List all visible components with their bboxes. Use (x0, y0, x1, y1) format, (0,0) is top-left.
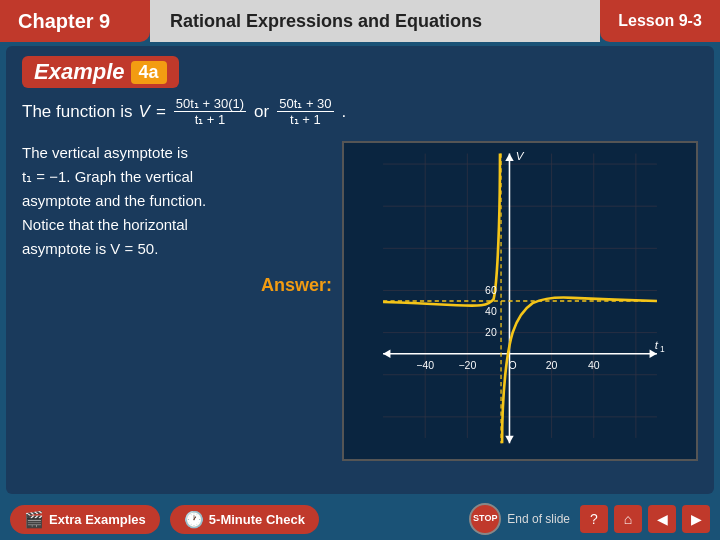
extra-examples-label: Extra Examples (49, 512, 146, 527)
or-text: or (254, 102, 269, 122)
fraction2-denominator: t₁ + 1 (288, 112, 323, 127)
function-prefix: The function is (22, 102, 133, 122)
svg-text:60: 60 (485, 284, 497, 296)
back-button[interactable]: ◀ (648, 505, 676, 533)
extra-examples-button[interactable]: 🎬 Extra Examples (10, 505, 160, 534)
content-row: The vertical asymptote is t₁ = −1. Graph… (22, 141, 698, 461)
stop-badge: STOP (469, 503, 501, 535)
five-minute-label: 5-Minute Check (209, 512, 305, 527)
left-text-panel: The vertical asymptote is t₁ = −1. Graph… (22, 141, 332, 300)
function-fraction2: 50t₁ + 30 t₁ + 1 (277, 96, 333, 127)
answer-label: Answer: (22, 271, 332, 300)
main-content: Example 4a The function is V = 50t₁ + 30… (6, 46, 714, 494)
svg-text:−20: −20 (458, 359, 476, 371)
desc-line1: The vertical asymptote is (22, 141, 332, 165)
graph-container: −40 −20 O 20 40 t 1 60 40 20 V (342, 141, 698, 461)
graph-svg: −40 −20 O 20 40 t 1 60 40 20 V (344, 143, 696, 459)
nav-icons: ? ⌂ ◀ ▶ (580, 505, 710, 533)
fraction1-denominator: t₁ + 1 (193, 112, 228, 127)
end-of-slide-area: STOP End of slide (469, 503, 570, 535)
equals-sign: = (156, 102, 166, 122)
svg-text:O: O (509, 359, 517, 371)
svg-text:1: 1 (660, 344, 665, 354)
top-bar: Chapter 9 Rational Expressions and Equat… (0, 0, 720, 42)
chapter-tab: Chapter 9 (0, 0, 150, 42)
fraction2-numerator: 50t₁ + 30 (277, 96, 333, 112)
desc-line3: asymptote and the function. (22, 189, 332, 213)
function-fraction1: 50t₁ + 30(1) t₁ + 1 (174, 96, 246, 127)
example-number: 4a (131, 61, 167, 84)
desc-line5: asymptote is V = 50. (22, 237, 332, 261)
clock-icon: 🕐 (184, 510, 204, 529)
fraction1-numerator: 50t₁ + 30(1) (174, 96, 246, 112)
example-badge: Example 4a (22, 56, 179, 88)
desc-line4: Notice that the horizontal (22, 213, 332, 237)
bottom-bar: 🎬 Extra Examples 🕐 5-Minute Check STOP E… (0, 498, 720, 540)
function-formula-var: V (139, 102, 150, 122)
lesson-tab: Lesson 9-3 (600, 0, 720, 42)
header-title: Rational Expressions and Equations (150, 0, 600, 42)
function-line: The function is V = 50t₁ + 30(1) t₁ + 1 … (22, 96, 698, 127)
svg-text:−40: −40 (416, 359, 434, 371)
back-icon: ◀ (657, 511, 668, 527)
home-icon: ⌂ (624, 511, 632, 527)
svg-text:40: 40 (588, 359, 600, 371)
five-minute-check-button[interactable]: 🕐 5-Minute Check (170, 505, 319, 534)
svg-marker-17 (505, 154, 513, 161)
svg-text:20: 20 (485, 326, 497, 338)
home-button[interactable]: ⌂ (614, 505, 642, 533)
question-icon: ? (590, 511, 598, 527)
lesson-label: Lesson 9-3 (618, 12, 702, 30)
header-title-text: Rational Expressions and Equations (170, 11, 482, 32)
period: . (342, 102, 347, 122)
svg-marker-18 (505, 436, 513, 443)
forward-button[interactable]: ▶ (682, 505, 710, 533)
svg-text:40: 40 (485, 305, 497, 317)
film-icon: 🎬 (24, 510, 44, 529)
svg-text:V: V (516, 150, 525, 162)
desc-line2: t₁ = −1. Graph the vertical (22, 165, 332, 189)
svg-text:t: t (655, 339, 659, 351)
svg-text:20: 20 (546, 359, 558, 371)
end-of-slide-text: End of slide (507, 512, 570, 526)
stop-text: STOP (473, 514, 497, 524)
help-button[interactable]: ? (580, 505, 608, 533)
example-label: Example (34, 59, 125, 85)
forward-icon: ▶ (691, 511, 702, 527)
chapter-label: Chapter 9 (18, 10, 110, 33)
svg-marker-16 (383, 349, 390, 357)
